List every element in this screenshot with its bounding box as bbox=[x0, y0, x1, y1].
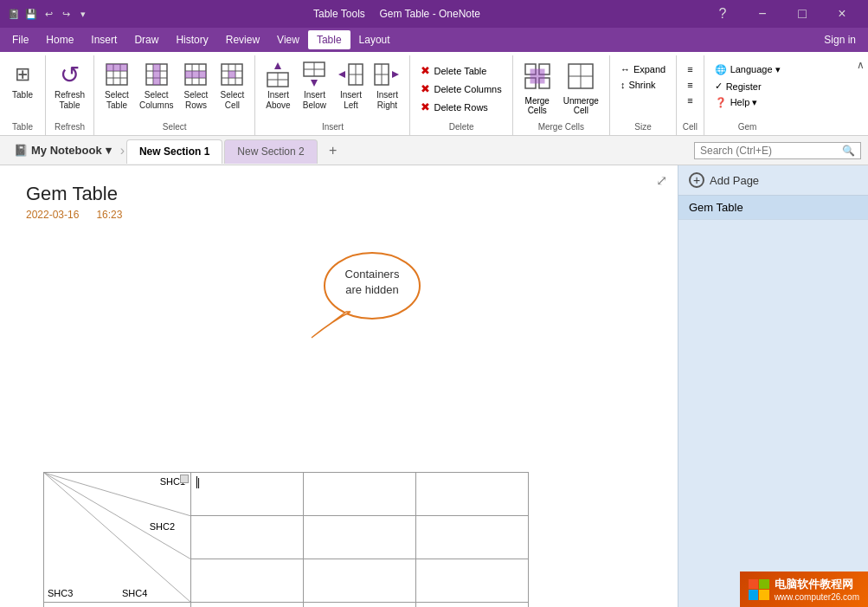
cell-r3c2[interactable] bbox=[191, 559, 304, 603]
watermark-title: 电脑软件教程网 bbox=[775, 577, 859, 592]
help-menu-button[interactable]: ❓ Help ▾ bbox=[710, 95, 786, 110]
shrink-label: Shrink bbox=[628, 80, 655, 90]
help-menu-label: Help ▾ bbox=[730, 97, 758, 108]
insert-above-label: InsertAbove bbox=[266, 90, 290, 111]
page-body: Containers are hidden bbox=[26, 238, 632, 584]
search-icon[interactable]: 🔍 bbox=[842, 145, 855, 157]
menu-insert[interactable]: Insert bbox=[82, 30, 125, 49]
svg-rect-44 bbox=[530, 69, 544, 83]
insert-left-button[interactable]: InsertLeft bbox=[333, 59, 368, 113]
merge-group-label: Merge Cells bbox=[517, 120, 606, 135]
select-table-button[interactable]: SelectTable bbox=[100, 59, 134, 113]
cell-r3c4[interactable] bbox=[416, 559, 529, 603]
register-button[interactable]: ✓ Register bbox=[710, 79, 786, 94]
minimize-button[interactable]: − bbox=[743, 0, 781, 28]
cell-r3c3[interactable] bbox=[304, 559, 416, 603]
cell-r4c1[interactable] bbox=[44, 603, 191, 608]
table-button[interactable]: ⊞ Table bbox=[5, 59, 40, 102]
ribbon: ⊞ Table Table ↺ RefreshTable Refresh bbox=[0, 52, 868, 136]
menu-table[interactable]: Table bbox=[308, 30, 350, 49]
section-tab-1[interactable]: New Section 1 bbox=[126, 139, 222, 164]
collapse-ribbon-button[interactable]: ∧ bbox=[853, 55, 868, 135]
align-top-button[interactable]: ≡ bbox=[682, 62, 698, 76]
ribbon-group-table: ⊞ Table Table bbox=[0, 55, 46, 135]
language-label: Language ▾ bbox=[730, 64, 781, 75]
table-row-4 bbox=[44, 603, 529, 608]
menu-home[interactable]: Home bbox=[37, 30, 82, 49]
merge-cells-button[interactable]: MergeCells bbox=[518, 59, 556, 119]
insert-above-icon bbox=[266, 61, 290, 88]
cell-drag-handle[interactable] bbox=[180, 475, 189, 483]
merge-cells-label: MergeCells bbox=[525, 96, 550, 115]
insert-right-button[interactable]: InsertRight bbox=[370, 59, 404, 113]
notebook-name-text: My Notebook bbox=[31, 144, 102, 157]
cell-r2c4[interactable] bbox=[416, 516, 529, 559]
align-middle-button[interactable]: ≡ bbox=[682, 78, 698, 92]
delete-table-label: Delete Table bbox=[434, 66, 486, 76]
customize-icon[interactable]: ▾ bbox=[76, 7, 90, 21]
add-page-button[interactable]: + Add Page bbox=[678, 165, 868, 196]
align-bottom-button[interactable]: ≡ bbox=[682, 94, 698, 107]
notebook-name[interactable]: 📓 My Notebook ▾ bbox=[7, 140, 119, 160]
add-page-icon: + bbox=[689, 172, 704, 188]
ribbon-group-refresh: ↺ RefreshTable Refresh bbox=[46, 55, 94, 135]
add-section-button[interactable]: + bbox=[323, 140, 344, 161]
cell-r4c3[interactable] bbox=[304, 603, 416, 608]
ribbon-group-insert: InsertAbove InsertBelow bbox=[255, 55, 410, 135]
select-rows-button[interactable]: SelectRows bbox=[178, 59, 213, 113]
svg-text:Containers: Containers bbox=[345, 268, 400, 281]
unmerge-cell-button[interactable]: UnmergeCell bbox=[558, 59, 604, 119]
help-button[interactable]: ? bbox=[704, 0, 742, 28]
menu-layout[interactable]: Layout bbox=[350, 30, 399, 49]
svg-marker-27 bbox=[274, 62, 281, 69]
search-input[interactable] bbox=[700, 145, 839, 157]
insert-above-button[interactable]: InsertAbove bbox=[260, 59, 295, 113]
redo-icon[interactable]: ↪ bbox=[59, 7, 73, 21]
select-columns-button[interactable]: SelectColumns bbox=[136, 59, 177, 113]
cell-r1c4[interactable] bbox=[416, 473, 529, 516]
cell-r1c2[interactable]: | bbox=[191, 473, 304, 516]
menu-file[interactable]: File bbox=[3, 30, 37, 49]
main-content: ⤢ Gem Table 2022-03-16 16:23 Cont bbox=[0, 165, 868, 607]
ribbon-group-cell: ≡ ≡ ≡ Cell bbox=[677, 55, 704, 135]
page-item-gem-table[interactable]: Gem Table bbox=[678, 196, 868, 220]
unmerge-cell-label: UnmergeCell bbox=[563, 96, 599, 115]
cell-r4c2[interactable] bbox=[191, 603, 304, 608]
notebook-divider: › bbox=[120, 143, 125, 158]
cell-r2c2[interactable] bbox=[191, 516, 304, 559]
maximize-button[interactable]: □ bbox=[783, 0, 821, 28]
delete-rows-button[interactable]: ✖ Delete Rows bbox=[417, 99, 505, 115]
select-table-label: SelectTable bbox=[105, 90, 129, 111]
ribbon-group-delete: ✖ Delete Table ✖ Delete Columns ✖ Delete… bbox=[410, 55, 512, 135]
cell-r1c3[interactable] bbox=[304, 473, 416, 516]
insert-below-button[interactable]: InsertBelow bbox=[297, 59, 331, 113]
shrink-button[interactable]: ↕ Shrink bbox=[615, 78, 671, 92]
section-tab-2[interactable]: New Section 2 bbox=[224, 139, 317, 164]
ribbon-group-merge: MergeCells UnmergeCell Merge Cells bbox=[513, 55, 610, 135]
delete-columns-button[interactable]: ✖ Delete Columns bbox=[417, 81, 505, 97]
shc3-label: SHC3 bbox=[48, 588, 73, 598]
delete-table-button[interactable]: ✖ Delete Table bbox=[417, 62, 505, 79]
delete-rows-label: Delete Rows bbox=[434, 102, 487, 113]
delete-rows-icon: ✖ bbox=[421, 100, 430, 113]
undo-icon[interactable]: ↩ bbox=[42, 7, 55, 21]
right-sidebar: + Add Page Gem Table 电脑软件教程网 www.compute… bbox=[678, 165, 868, 607]
cell-r2c3[interactable] bbox=[304, 516, 416, 559]
ribbon-group-refresh-content: ↺ RefreshTable bbox=[49, 55, 90, 120]
menu-view[interactable]: View bbox=[268, 30, 308, 49]
cell-r4c4[interactable] bbox=[416, 603, 529, 608]
save-icon[interactable]: 💾 bbox=[24, 7, 38, 21]
menu-review[interactable]: Review bbox=[217, 30, 268, 49]
page-expand-button[interactable]: ⤢ bbox=[656, 172, 667, 189]
select-cell-button[interactable]: SelectCell bbox=[215, 59, 249, 113]
ribbon-group-gem-content: 🌐 Language ▾ ✓ Register ❓ Help ▾ bbox=[708, 55, 788, 120]
refresh-table-button[interactable]: ↺ RefreshTable bbox=[51, 59, 88, 113]
menu-draw[interactable]: Draw bbox=[125, 30, 167, 49]
expand-button[interactable]: ↔ Expand bbox=[615, 62, 671, 76]
language-button[interactable]: 🌐 Language ▾ bbox=[710, 62, 786, 77]
svg-rect-11 bbox=[153, 64, 160, 85]
diagonal-merged-cell[interactable]: SHC1 SHC2 SHC3 SHC4 bbox=[44, 473, 191, 603]
close-button[interactable]: × bbox=[823, 0, 861, 28]
sign-in-button[interactable]: Sign in bbox=[815, 30, 865, 49]
menu-history[interactable]: History bbox=[167, 30, 216, 49]
